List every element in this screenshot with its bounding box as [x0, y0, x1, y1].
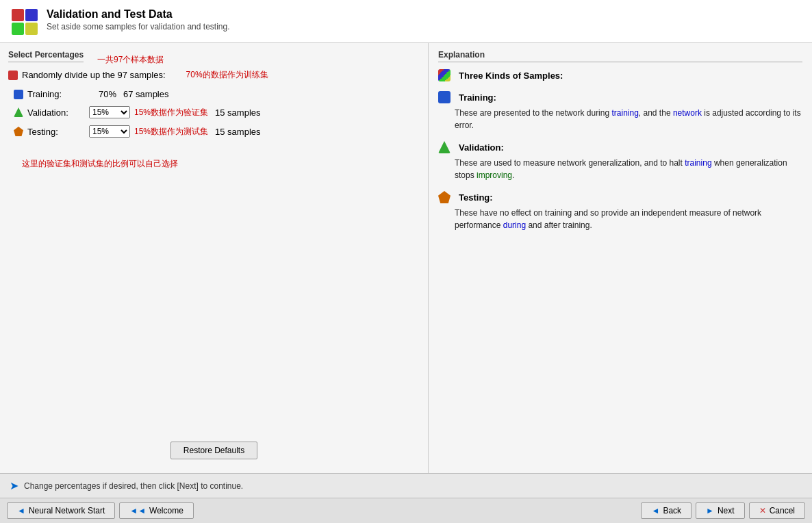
cancel-icon: ✕ — [759, 506, 766, 515]
nav-bar: ◄ Neural Network Start ◄◄ Welcome ◄ Back… — [0, 498, 812, 523]
neural-start-icon: ◄ — [17, 506, 25, 515]
dialog-header: Validation and Test Data Set aside some … — [0, 0, 812, 43]
data-rows: Training: 70% 67 samples Validation: 5% … — [14, 89, 420, 144]
annotation-samples: 一共97个样本数据 — [97, 54, 164, 66]
neural-network-start-button[interactable]: ◄ Neural Network Start — [7, 502, 115, 519]
training-row: Training: 70% 67 samples — [14, 89, 420, 99]
dialog-subtitle: Set aside some samples for validation an… — [47, 22, 229, 31]
training-exp-icon — [438, 91, 451, 103]
validation-row: Validation: 5% 10% 15% 20% 25% 30% 15%数据… — [14, 106, 420, 118]
validation-exp-body: These are used to measure network genera… — [455, 157, 802, 181]
next-label: Next — [718, 506, 735, 515]
testing-samples: 15 samples — [215, 127, 260, 137]
back-icon: ◄ — [651, 506, 659, 515]
cancel-label: Cancel — [770, 506, 795, 515]
status-bar: ➤ Change percentages if desired, then cl… — [0, 473, 812, 498]
testing-select[interactable]: 5% 10% 15% 20% 25% 30% — [89, 125, 130, 138]
header-text: Validation and Test Data Set aside some … — [47, 8, 229, 31]
training-explanation: Training: These are presented to the net… — [438, 91, 802, 131]
next-icon: ► — [706, 506, 714, 515]
cancel-button[interactable]: ✕ Cancel — [749, 502, 805, 519]
testing-row: Testing: 5% 10% 15% 20% 25% 30% 15%数据作为测… — [14, 125, 420, 138]
training-exp-title: Training: — [459, 92, 496, 103]
welcome-icon: ◄◄ — [129, 506, 146, 515]
restore-defaults-button[interactable]: Restore Defaults — [170, 442, 257, 459]
left-panel: Select Percentages 一共97个样本数据 Randomly di… — [0, 43, 429, 473]
training-label: Training: — [27, 89, 82, 99]
training-icon — [14, 90, 23, 99]
validation-exp-header: Validation: — [438, 141, 802, 153]
training-exp-header: Training: — [438, 91, 802, 103]
validation-exp-icon — [438, 141, 451, 153]
training-value: 70% — [82, 89, 116, 99]
welcome-button[interactable]: ◄◄ Welcome — [119, 502, 194, 519]
nav-left: ◄ Neural Network Start ◄◄ Welcome — [7, 502, 194, 519]
back-label: Back — [663, 506, 681, 515]
annotation-70: 70%的数据作为训练集 — [186, 69, 268, 81]
randomly-label: Randomly divide up the 97 samples: — [22, 70, 166, 80]
neural-network-start-label: Neural Network Start — [29, 506, 105, 515]
nav-right: ◄ Back ► Next ✕ Cancel — [641, 502, 805, 519]
dialog-title: Validation and Test Data — [47, 8, 229, 21]
validation-select[interactable]: 5% 10% 15% 20% 25% 30% — [89, 106, 130, 118]
validation-annotation: 15%数据作为验证集 — [134, 107, 208, 118]
testing-exp-header: Testing: — [438, 191, 802, 203]
three-kinds-section: Three Kinds of Samples: — [438, 69, 802, 81]
randomly-icon — [8, 71, 18, 80]
testing-exp-title: Testing: — [459, 192, 493, 203]
three-kinds-title: Three Kinds of Samples: — [459, 71, 563, 81]
welcome-label: Welcome — [149, 506, 183, 515]
explanation-title: Explanation — [438, 50, 802, 62]
testing-exp-body: These have no effect on training and so … — [455, 207, 802, 231]
back-button[interactable]: ◄ Back — [641, 502, 692, 519]
status-arrow-icon: ➤ — [10, 479, 18, 492]
select-percentages-title: Select Percentages — [8, 50, 84, 62]
validation-label: Validation: — [27, 107, 82, 118]
three-kinds-icon — [438, 69, 451, 81]
next-button[interactable]: ► Next — [696, 502, 745, 519]
main-content: Select Percentages 一共97个样本数据 Randomly di… — [0, 43, 812, 473]
header-icon — [11, 8, 38, 36]
validation-explanation: Validation: These are used to measure ne… — [438, 141, 802, 181]
validation-exp-title: Validation: — [459, 142, 504, 153]
testing-explanation: Testing: These have no effect on trainin… — [438, 191, 802, 231]
training-samples: 67 samples — [123, 89, 168, 99]
status-message: Change percentages if desired, then clic… — [24, 481, 243, 491]
randomly-row: Randomly divide up the 97 samples: 70%的数… — [8, 69, 420, 81]
testing-exp-icon — [438, 191, 451, 203]
training-exp-body: These are presented to the network durin… — [455, 107, 802, 131]
testing-label: Testing: — [27, 127, 82, 137]
validation-icon — [14, 107, 23, 117]
right-panel: Explanation Three Kinds of Samples: Trai… — [429, 43, 812, 473]
annotation-bottom: 这里的验证集和测试集的比例可以自己选择 — [22, 158, 420, 170]
testing-annotation: 15%数据作为测试集 — [134, 126, 208, 138]
testing-icon — [14, 127, 23, 136]
three-kinds-header: Three Kinds of Samples: — [438, 69, 802, 81]
validation-samples: 15 samples — [215, 107, 260, 118]
